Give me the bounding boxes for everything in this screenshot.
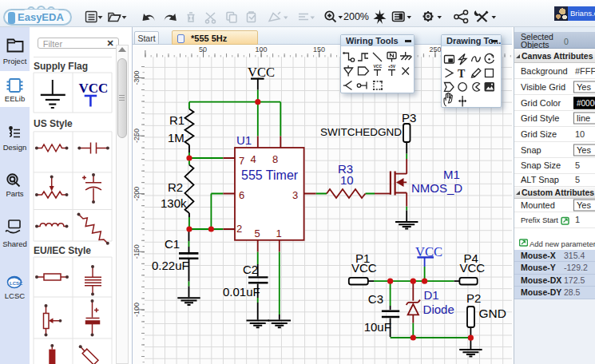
svg-text:U1: U1 (236, 133, 252, 147)
svg-text:VCC: VCC (79, 81, 109, 96)
svg-text:NMOS_D: NMOS_D (411, 181, 462, 195)
svg-text:-250: -250 (133, 129, 141, 143)
svg-text:D1: D1 (423, 288, 438, 302)
svg-text:10: 10 (340, 173, 354, 187)
svg-text:+5V: +5V (388, 64, 396, 69)
svg-text:3: 3 (292, 189, 298, 201)
svg-text:R2: R2 (168, 180, 183, 194)
svg-text:-300: -300 (133, 70, 141, 85)
svg-text:1: 1 (276, 228, 282, 239)
svg-text:0.01uF: 0.01uF (223, 285, 260, 299)
svg-text:100: 100 (256, 46, 268, 53)
svg-text:1M: 1M (168, 131, 184, 144)
svg-text:R1: R1 (169, 113, 184, 127)
svg-text:10uF: 10uF (364, 320, 391, 334)
svg-text:M1: M1 (443, 168, 460, 181)
svg-text:250: 250 (430, 46, 442, 53)
svg-text:C2: C2 (243, 263, 258, 276)
svg-text:VCC: VCC (248, 65, 275, 80)
svg-text:P3: P3 (402, 111, 416, 125)
svg-text:Diode: Diode (423, 303, 454, 316)
svg-text:555 Timer: 555 Timer (241, 168, 299, 182)
svg-text:VCC: VCC (351, 261, 377, 275)
svg-text:P2: P2 (466, 291, 481, 305)
svg-text:LCSC: LCSC (10, 281, 23, 286)
svg-text:4: 4 (251, 153, 256, 165)
svg-text:-100: -100 (133, 303, 141, 317)
svg-text:GND: GND (478, 307, 506, 320)
svg-text:150: 150 (313, 46, 325, 53)
svg-text:-150: -150 (133, 244, 141, 259)
svg-text:7: 7 (239, 155, 244, 167)
svg-text:VCC: VCC (459, 261, 485, 275)
svg-text:VCC: VCC (374, 64, 383, 69)
svg-text:T: T (458, 67, 466, 79)
svg-text:8: 8 (272, 153, 278, 165)
svg-text:6: 6 (239, 189, 244, 201)
svg-text:130k: 130k (161, 196, 187, 210)
svg-text:2: 2 (236, 223, 242, 235)
svg-text:-200: -200 (133, 187, 141, 201)
svg-text:0.22uF: 0.22uF (152, 259, 189, 272)
svg-text:5: 5 (255, 228, 260, 239)
svg-text:SWITCHEDGND: SWITCHEDGND (320, 126, 402, 138)
svg-text:C1: C1 (165, 237, 180, 251)
svg-text:50: 50 (199, 46, 207, 53)
svg-text:C3: C3 (368, 292, 383, 306)
